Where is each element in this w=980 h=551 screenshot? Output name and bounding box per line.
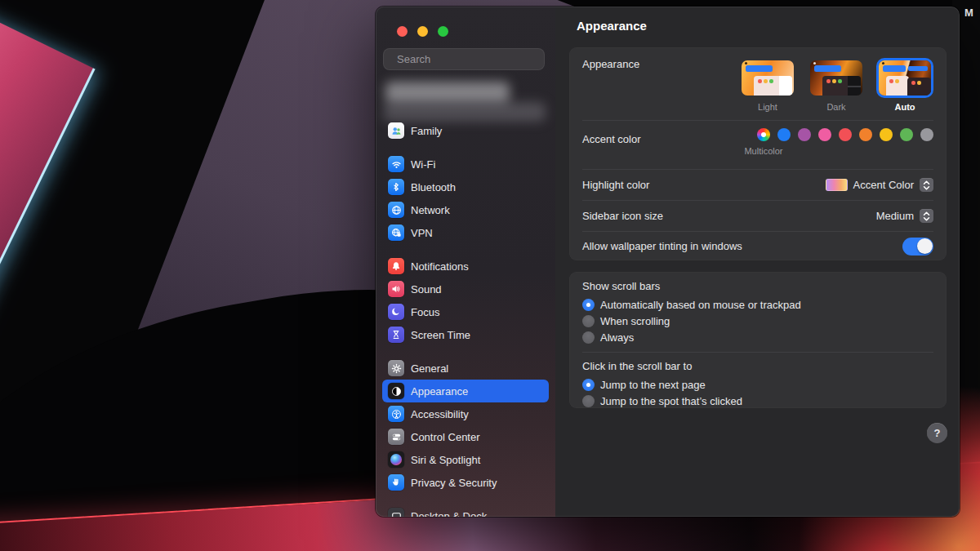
sidebar-item-appearance[interactable]: Appearance	[382, 380, 549, 402]
search-field[interactable]	[383, 48, 545, 70]
scroll-bars-card: Show scroll bars Automatically based on …	[569, 272, 947, 408]
sidebar-item-label: Screen Time	[411, 329, 470, 341]
desktop: M	[0, 0, 980, 551]
search-input[interactable]	[395, 52, 542, 66]
radio-when-scrolling[interactable]: When scrolling	[582, 313, 933, 329]
selected-theme-border	[876, 58, 933, 98]
siri-icon	[388, 451, 404, 468]
sidebar-item-vpn[interactable]: VPN	[382, 221, 549, 244]
system-settings-window: Family Wi-Fi	[376, 7, 960, 517]
sidebar-item-general[interactable]: General	[382, 357, 549, 380]
sidebar-item-control-center[interactable]: Control Center	[382, 425, 549, 448]
cropped-overlay-text: M	[964, 7, 973, 19]
radio-unselected-icon	[582, 331, 595, 344]
wallpaper-tinting-row: Allow wallpaper tinting in windows	[569, 232, 947, 260]
radio-label: Automatically based on mouse or trackpad	[600, 299, 801, 311]
sidebar-item-privacy-security[interactable]: Privacy & Security	[382, 471, 549, 494]
sidebar-item-label: General	[411, 362, 448, 375]
sidebar-item-label: Sound	[411, 283, 442, 295]
sidebar-item-sound[interactable]: Sound	[382, 278, 549, 300]
sidebar-icon-size-row: Sidebar icon size Medium	[569, 201, 947, 231]
sidebar-item-label: VPN	[411, 227, 433, 239]
accent-dot-yellow[interactable]	[880, 128, 893, 141]
radio-unselected-icon	[582, 395, 595, 407]
radio-unselected-icon	[582, 315, 595, 327]
accent-dot-red[interactable]	[839, 128, 852, 141]
page-title: Appearance	[577, 19, 647, 33]
sidebar-list: Family Wi-Fi	[382, 119, 549, 517]
chevron-up-down-icon	[920, 209, 933, 223]
show-scroll-bars-label: Show scroll bars	[582, 280, 933, 292]
auto-theme-thumbnail	[879, 60, 931, 96]
accessibility-icon	[388, 406, 404, 422]
auto-theme-label: Auto	[894, 102, 915, 112]
radio-jump-to-spot[interactable]: Jump to the spot that’s clicked	[582, 393, 933, 409]
control-center-icon	[388, 429, 404, 445]
theme-option-light[interactable]: Light	[739, 58, 796, 112]
sidebar-item-notifications[interactable]: Notifications	[382, 255, 549, 278]
sidebar-item-screen-time[interactable]: Screen Time	[382, 323, 549, 346]
light-theme-thumbnail	[742, 60, 794, 96]
user-profile-redacted[interactable]	[385, 82, 510, 103]
wallpaper-tinting-toggle[interactable]	[902, 238, 933, 256]
highlight-color-label: Highlight color	[582, 179, 649, 191]
sidebar-icon-size-value: Medium	[876, 210, 914, 222]
sidebar-item-wifi[interactable]: Wi-Fi	[382, 153, 549, 176]
accent-selected-label: Multicolor	[744, 146, 782, 156]
sidebar-item-label: Privacy & Security	[411, 477, 497, 489]
radio-selected-icon	[582, 379, 595, 391]
highlight-color-row: Highlight color Accent Color	[569, 170, 947, 200]
family-icon	[388, 122, 404, 139]
accent-dot-green[interactable]	[900, 128, 913, 141]
accent-dot-blue[interactable]	[777, 128, 791, 141]
sidebar: Family Wi-Fi	[376, 7, 555, 517]
sidebar-item-label: Network	[411, 204, 450, 216]
sidebar-item-focus[interactable]: Focus	[382, 300, 549, 323]
click-scroll-bar-label: Click in the scroll bar to	[582, 360, 933, 372]
sidebar-item-accessibility[interactable]: Accessibility	[382, 402, 549, 425]
window-controls	[397, 26, 448, 37]
accent-color-picker: Multicolor	[757, 128, 933, 141]
appearance-settings-card: Appearance Light	[569, 47, 947, 260]
chevron-up-down-icon	[920, 178, 933, 192]
globe-icon	[388, 202, 404, 218]
highlight-color-popup[interactable]: Accent Color	[826, 178, 933, 192]
sidebar-icon-size-popup[interactable]: Medium	[876, 209, 933, 223]
sidebar-item-label: Accessibility	[411, 408, 469, 420]
radio-automatically[interactable]: Automatically based on mouse or trackpad	[582, 296, 933, 313]
radio-label: Jump to the next page	[600, 379, 706, 391]
theme-option-auto[interactable]: Auto	[876, 58, 933, 112]
theme-row: Appearance Light	[569, 47, 947, 120]
sidebar-item-desktop-dock[interactable]: Desktop & Dock	[382, 504, 549, 517]
sidebar-item-siri-spotlight[interactable]: Siri & Spotlight	[382, 448, 549, 471]
help-button[interactable]: ?	[927, 423, 947, 443]
theme-row-label: Appearance	[582, 58, 639, 70]
light-theme-label: Light	[758, 102, 777, 112]
accent-dot-pink[interactable]	[818, 128, 831, 141]
accent-dot-orange[interactable]	[859, 128, 872, 141]
appearance-pane: Appearance Appearance	[555, 7, 960, 517]
close-button[interactable]	[397, 26, 408, 37]
theme-option-dark[interactable]: Dark	[808, 58, 865, 112]
radio-always[interactable]: Always	[582, 329, 933, 345]
dark-theme-label: Dark	[826, 102, 845, 112]
accent-dot-multicolor[interactable]	[757, 128, 770, 141]
radio-selected-icon	[582, 299, 595, 311]
minimize-button[interactable]	[417, 26, 428, 37]
accent-dot-purple[interactable]	[798, 128, 811, 141]
sidebar-item-family[interactable]: Family	[382, 119, 549, 142]
sidebar-item-label: Family	[411, 125, 442, 137]
sidebar-item-label: Wi-Fi	[411, 158, 435, 171]
sidebar-item-bluetooth[interactable]: Bluetooth	[382, 176, 549, 198]
sidebar-item-label: Appearance	[411, 385, 468, 398]
radio-jump-next-page[interactable]: Jump to the next page	[582, 376, 933, 393]
accent-dot-graphite[interactable]	[920, 128, 933, 141]
moon-icon	[388, 304, 404, 320]
sidebar-item-label: Siri & Spotlight	[411, 454, 480, 466]
highlight-color-swatch	[826, 179, 848, 191]
accent-color-label: Accent color	[582, 133, 641, 145]
radio-label: When scrolling	[600, 315, 670, 327]
sidebar-item-network[interactable]: Network	[382, 198, 549, 221]
zoom-button[interactable]	[438, 26, 448, 37]
radio-label: Jump to the spot that’s clicked	[600, 395, 742, 407]
